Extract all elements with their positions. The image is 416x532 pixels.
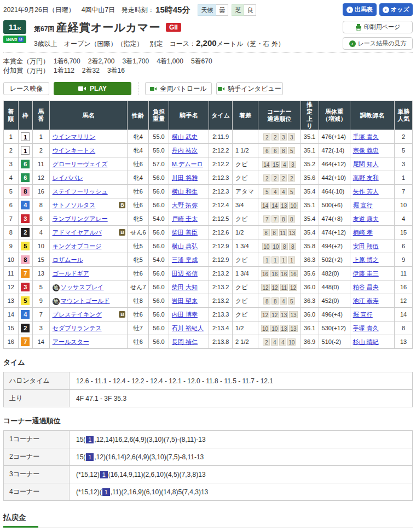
column-header: 推 定 上 り: [301, 101, 319, 130]
trainer-link[interactable]: 高野 友和: [353, 174, 379, 181]
jockey-link[interactable]: 石川 裕紀人: [172, 325, 204, 331]
jockey-cell: 岩田 望来: [169, 294, 209, 308]
corner-position-box: 4: [280, 188, 287, 195]
entries-button[interactable]: › 出馬表: [343, 3, 377, 16]
jockey-cell: 川田 将雅: [169, 171, 209, 185]
trainer-link[interactable]: 尾関 知人: [353, 161, 379, 167]
play-button[interactable]: PLAY: [54, 82, 131, 95]
finish-time: 2:12.6: [209, 226, 233, 239]
sex-age: せん7: [128, 280, 149, 294]
column-header: コーナー 通過順位: [258, 101, 301, 130]
course-distance: 2,200: [196, 38, 217, 48]
corner-position-box: 10: [271, 243, 280, 250]
horse-name-link[interactable]: キングオブコージ: [53, 243, 102, 249]
horse-name-link[interactable]: ウインマリリン: [53, 133, 96, 140]
trainer-link[interactable]: 宗像 義忠: [353, 147, 379, 154]
divider: [138, 82, 138, 95]
corner-row-label: 2コーナー: [4, 448, 70, 466]
horse-name-link[interactable]: アドマイヤアルバ: [53, 229, 102, 236]
jockey-link[interactable]: 丹内 祐次: [172, 147, 198, 154]
trainer-link[interactable]: 安田 翔伍: [353, 243, 379, 249]
results-guide-button[interactable]: › レース結果の見方: [343, 37, 413, 50]
trainer-link[interactable]: 伊藤 圭三: [353, 270, 379, 277]
finish-position: 11: [4, 267, 19, 280]
prize-amount: 2,700: [98, 57, 114, 65]
carried-weight: 55.0: [149, 144, 169, 157]
horse-name-link[interactable]: ソッサスブレイ: [61, 284, 104, 290]
horse-name-link[interactable]: プレステイキング: [53, 311, 102, 318]
trainer-link[interactable]: 手塚 貴久: [353, 133, 379, 140]
jockey-link[interactable]: 柴田 善臣: [172, 229, 198, 236]
horse-name-cell: セダブリランテス: [49, 321, 128, 335]
finish-time: 2:12.4: [209, 198, 233, 212]
condition-badges: 天候 曇 芝 良: [198, 4, 259, 16]
last-3f: 35.2: [301, 157, 319, 171]
horse-name-link[interactable]: ロザムール: [53, 256, 83, 263]
jockey-link[interactable]: 岩田 望来: [172, 297, 198, 304]
horse-name-link[interactable]: マウントゴールド: [61, 297, 110, 304]
frame-badge: 5: [21, 296, 30, 305]
column-header: タイム: [209, 101, 233, 130]
trainer-link[interactable]: 堀 宣行: [353, 311, 373, 318]
horse-name-link[interactable]: レイパパレ: [53, 174, 83, 181]
margin: 1 1/2: [233, 144, 258, 157]
corner-position-box: 8: [289, 243, 296, 250]
trainer-link[interactable]: 友道 康夫: [353, 215, 379, 222]
jockey-link[interactable]: 内田 博幸: [172, 311, 198, 318]
trainer-cell: 柄崎 孝: [350, 226, 395, 239]
frame-badge: 3: [21, 214, 30, 223]
trainer-link[interactable]: 杉山 晴紀: [353, 338, 379, 345]
patrol-video-button[interactable]: 全周パトロール: [145, 82, 212, 95]
trainer-link[interactable]: 粕谷 昌央: [353, 284, 379, 290]
finish-position: 7: [4, 212, 19, 226]
jockey-link[interactable]: M.デムーロ: [172, 161, 203, 167]
jockey-link[interactable]: 横山 和生: [172, 188, 198, 195]
jockey-link[interactable]: 横山 武史: [172, 133, 198, 140]
corner-position-box: 5: [263, 188, 270, 195]
trainer-link[interactable]: 柄崎 孝: [353, 229, 373, 236]
horse-name-link[interactable]: ステイフーリッシュ: [53, 188, 108, 195]
last-3f: 36.1: [301, 321, 319, 335]
horse-name-link[interactable]: サトノソルタス: [53, 202, 96, 208]
corner-position-box: 1: [288, 256, 295, 264]
corner-positions: 2222: [258, 171, 301, 185]
jockey-link[interactable]: 長岡 禎仁: [172, 338, 198, 345]
horse-name-link[interactable]: ランブリングアレー: [53, 215, 108, 222]
horse-name-cell: Bサトノソルタス: [49, 198, 128, 212]
corner-positions: 14141310: [258, 198, 301, 212]
jockey-link[interactable]: 三浦 皇成: [172, 256, 198, 263]
prize-rank: 3着: [122, 57, 132, 65]
table-row: 1523セダブリランテス牡756.0石川 裕紀人2:13.41/21010131…: [4, 321, 413, 335]
jockey-link[interactable]: 大野 拓弥: [172, 202, 198, 208]
column-header: 枠: [18, 101, 33, 130]
carried-weight: 56.0: [149, 308, 169, 321]
corner-row: 2コーナー15(1,12)(16,14)2,6(4,9)(3,10)(7,5)-…: [4, 448, 413, 466]
trainer-link[interactable]: 矢作 芳人: [353, 188, 379, 195]
horse-weight: 474(+8): [319, 212, 350, 226]
finish-time: 2:12.2: [209, 157, 233, 171]
horse-name-link[interactable]: ウインキートス: [53, 147, 96, 154]
jockey-link[interactable]: 戸崎 圭太: [172, 215, 198, 222]
payout-section-title: 払戻金: [3, 513, 38, 528]
horse-name-link[interactable]: アールスター: [53, 338, 89, 345]
trainer-cell: 手塚 貴久: [350, 130, 395, 144]
trainer-link[interactable]: 池江 泰寿: [353, 297, 379, 304]
trainer-link[interactable]: 手塚 貴久: [353, 325, 379, 331]
trainer-link[interactable]: 堀 宣行: [353, 202, 373, 208]
jockey-link[interactable]: 田辺 裕信: [172, 270, 198, 277]
finish-time: 2:13.2: [209, 280, 233, 294]
corner-positions: 141543: [258, 157, 301, 171]
trainer-cell: 宗像 義忠: [350, 144, 395, 157]
jockey-link[interactable]: 横山 典弘: [172, 243, 198, 249]
jockey-link[interactable]: 川田 将雅: [172, 174, 198, 181]
horse-name-link[interactable]: グローリーヴェイズ: [53, 161, 108, 167]
trainer-cell: 堀 宣行: [350, 198, 395, 212]
print-button[interactable]: 印刷用ページ: [343, 21, 413, 33]
horse-name-link[interactable]: セダブリランテス: [53, 325, 102, 331]
odds-button[interactable]: › オッズ: [379, 3, 413, 16]
trainer-link[interactable]: 上原 博之: [353, 256, 379, 263]
jockey-interview-button[interactable]: 騎手インタビュー: [216, 82, 283, 95]
horse-name-link[interactable]: ゴールドギア: [53, 270, 89, 277]
jockey-link[interactable]: 柴田 大知: [172, 284, 198, 290]
column-header: 馬体重 （増減）: [319, 101, 350, 130]
